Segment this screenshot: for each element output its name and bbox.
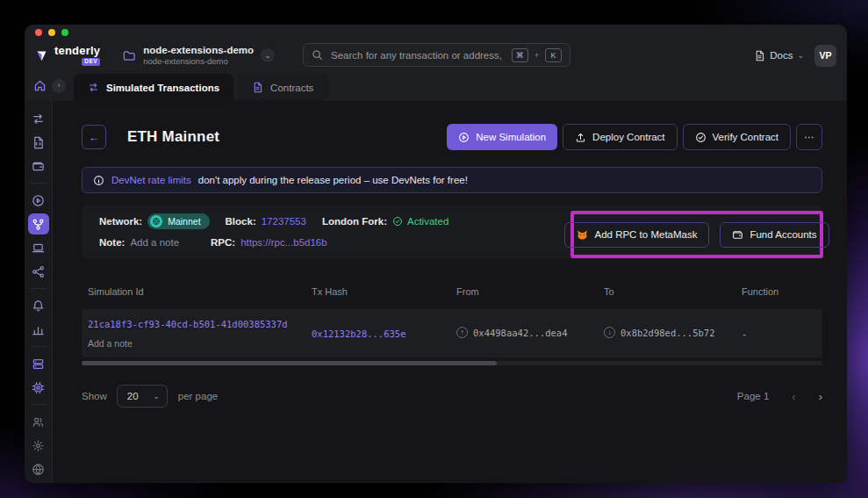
fork-label: London Fork:	[322, 216, 387, 227]
next-page-button[interactable]: ›	[819, 390, 822, 403]
upload-icon	[575, 132, 586, 143]
scrollbar-thumb[interactable]	[82, 361, 497, 365]
block-number-link[interactable]: 17237553	[262, 216, 306, 227]
rpc-url-link[interactable]: https://rpc...b5d16b	[240, 237, 326, 248]
add-note-field[interactable]: Add a note	[130, 237, 179, 248]
sidebar-integrations-icon[interactable]	[28, 377, 49, 398]
tenderly-brand[interactable]: tenderly DEV	[35, 45, 100, 66]
simulation-id-link[interactable]: 21ca18f3-cf93-40cd-b501-41d00385337d	[88, 319, 288, 329]
minimize-window-button[interactable]	[48, 29, 55, 36]
from-arrow-icon: ↑	[456, 327, 468, 338]
column-from: From	[456, 286, 479, 297]
row-add-note[interactable]: Add a note	[88, 338, 133, 349]
sidebar-simulator-icon[interactable]	[28, 190, 49, 211]
select-chevron-down-icon: ⌄	[153, 392, 160, 401]
fork-status: Activated	[407, 216, 448, 227]
note-label: Note:	[99, 237, 125, 248]
document-icon	[754, 50, 765, 61]
docs-menu[interactable]: Docs ⌄	[754, 50, 804, 61]
to-arrow-icon: ↓	[604, 327, 615, 338]
brand-name: tenderly	[54, 45, 100, 56]
project-name: node-extensions-demo	[143, 44, 254, 56]
close-window-button[interactable]	[35, 29, 42, 36]
sidebar-divider	[30, 183, 47, 184]
tab-simulated-transactions[interactable]: Simulated Transactions	[74, 74, 233, 101]
per-page-label: per page	[178, 391, 218, 401]
function-value: -	[742, 328, 747, 339]
metamask-fox-icon	[577, 229, 588, 241]
highlight-annotation: Add RPC to MetaMask Fund Accounts	[570, 211, 823, 258]
sidebar-devnets-icon[interactable]	[28, 237, 49, 258]
devnet-rate-limits-link[interactable]: DevNet rate limits	[111, 175, 191, 185]
sidebar-simulated-transactions-icon[interactable]	[28, 213, 49, 235]
sidebar-alerts-icon[interactable]	[28, 295, 49, 316]
sidebar-node-icon[interactable]	[28, 353, 49, 374]
tx-hash-link[interactable]: 0x12132b28...635e	[312, 328, 405, 339]
project-selector[interactable]: node-extensions-demo node-extensions-dem…	[123, 44, 275, 67]
back-button[interactable]: ←	[82, 125, 106, 149]
network-value: Mainnet	[168, 216, 200, 227]
docs-label: Docs	[770, 50, 793, 61]
swap-arrows-icon	[88, 82, 99, 93]
show-label: Show	[82, 391, 107, 401]
tenderly-logo-icon	[35, 49, 48, 62]
mainnet-badge: Mainnet	[147, 213, 209, 229]
column-tx-hash: Tx Hash	[312, 286, 348, 297]
play-circle-icon	[458, 132, 470, 143]
search-input[interactable]	[329, 49, 506, 61]
app-header: tenderly DEV node-extensions-demo node-e…	[25, 40, 847, 70]
sidebar	[25, 101, 53, 483]
per-page-select[interactable]: 20 ⌄	[117, 385, 168, 408]
home-icon[interactable]	[32, 78, 47, 94]
docs-chevron-down-icon: ⌄	[797, 51, 804, 60]
tab-strip: › Simulated Transactions Contracts	[25, 70, 847, 101]
activated-check-icon	[392, 216, 403, 227]
sidebar-settings-gear-icon[interactable]	[28, 435, 49, 456]
check-circle-icon	[695, 132, 707, 143]
banner-text: don't apply during the release period – …	[198, 175, 468, 185]
sidebar-divider	[30, 288, 47, 289]
expand-chevron-right-icon[interactable]: ›	[52, 79, 66, 93]
to-address: 0x8b2d98ed...5b72	[621, 328, 714, 338]
project-subtitle: node-extensions-demo	[143, 56, 254, 67]
sidebar-globe-icon[interactable]	[28, 458, 49, 480]
sidebar-transactions-icon[interactable]	[28, 108, 49, 129]
deploy-contract-button[interactable]: Deploy Contract	[563, 124, 677, 150]
info-icon	[93, 175, 104, 186]
k-key-icon: K	[545, 48, 562, 62]
window-titlebar	[25, 25, 847, 40]
devnet-info-banner: DevNet rate limits don't apply during th…	[82, 167, 822, 193]
plus-separator: +	[534, 51, 539, 60]
table-header: Simulation Id Tx Hash From To Function	[82, 279, 822, 306]
pagination-bar: Show 20 ⌄ per page Page 1 ‹ ›	[82, 384, 822, 408]
column-to: To	[604, 286, 614, 297]
horizontal-scrollbar	[82, 361, 822, 365]
sidebar-divider	[30, 404, 47, 405]
page-indicator: Page 1	[737, 391, 769, 401]
project-chevron-down-icon[interactable]: ⌄	[261, 48, 275, 62]
table-row[interactable]: 21ca18f3-cf93-40cd-b501-41d00385337d Add…	[82, 309, 822, 357]
tab-label: Contracts	[270, 83, 313, 93]
tab-contracts[interactable]: Contracts	[238, 74, 327, 101]
search-icon	[312, 49, 323, 61]
sidebar-analytics-icon[interactable]	[28, 319, 49, 340]
previous-page-button[interactable]: ‹	[792, 390, 795, 403]
sidebar-web3-actions-icon[interactable]	[28, 261, 49, 282]
fund-accounts-button[interactable]: Fund Accounts	[720, 222, 829, 248]
sidebar-wallet-icon[interactable]	[28, 155, 49, 177]
tab-label: Simulated Transactions	[106, 83, 219, 93]
main-content: ← ETH Mainnet New Simulation Deploy Cont…	[53, 101, 847, 483]
user-avatar[interactable]: VP	[814, 45, 836, 67]
sidebar-divider	[30, 346, 47, 347]
verify-contract-button[interactable]: Verify Contract	[683, 124, 791, 150]
block-label: Block:	[226, 216, 256, 227]
sidebar-team-icon[interactable]	[28, 411, 49, 432]
add-rpc-to-metamask-button[interactable]: Add RPC to MetaMask	[564, 222, 709, 248]
sidebar-contracts-icon[interactable]	[28, 132, 49, 153]
rpc-label: RPC:	[211, 237, 235, 248]
global-search[interactable]: ⌘ + K	[303, 43, 570, 67]
cmd-key-icon: ⌘	[512, 48, 528, 62]
more-actions-button[interactable]: ⋯	[796, 124, 822, 150]
zoom-window-button[interactable]	[61, 29, 68, 36]
new-simulation-button[interactable]: New Simulation	[447, 124, 557, 150]
